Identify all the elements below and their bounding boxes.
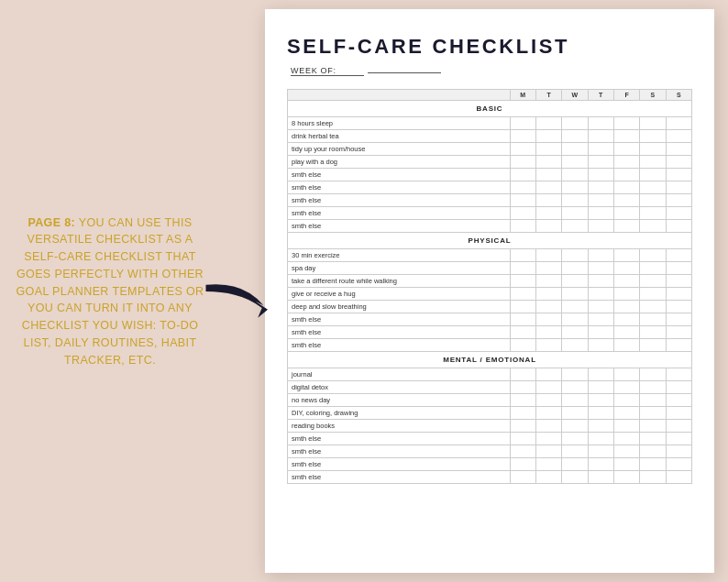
checkbox-cell[interactable] (562, 207, 588, 220)
checkbox-cell[interactable] (562, 130, 588, 143)
checkbox-cell[interactable] (613, 181, 639, 194)
checkbox-cell[interactable] (535, 117, 561, 130)
checkbox-cell[interactable] (613, 275, 639, 288)
checkbox-cell[interactable] (535, 471, 561, 484)
checkbox-cell[interactable] (588, 262, 613, 275)
checkbox-cell[interactable] (640, 471, 666, 484)
checkbox-cell[interactable] (588, 420, 613, 433)
checkbox-cell[interactable] (535, 445, 561, 458)
checkbox-cell[interactable] (588, 471, 613, 484)
checkbox-cell[interactable] (562, 288, 588, 301)
checkbox-cell[interactable] (510, 194, 535, 207)
checkbox-cell[interactable] (588, 381, 613, 394)
checkbox-cell[interactable] (666, 458, 691, 471)
checkbox-cell[interactable] (510, 368, 535, 381)
checkbox-cell[interactable] (666, 433, 691, 445)
checkbox-cell[interactable] (535, 458, 561, 471)
checkbox-cell[interactable] (535, 275, 561, 288)
checkbox-cell[interactable] (666, 249, 691, 262)
checkbox-cell[interactable] (666, 194, 691, 207)
checkbox-cell[interactable] (640, 326, 666, 339)
checkbox-cell[interactable] (613, 220, 639, 233)
checkbox-cell[interactable] (613, 326, 639, 339)
checkbox-cell[interactable] (562, 313, 588, 326)
checkbox-cell[interactable] (613, 407, 639, 420)
checkbox-cell[interactable] (588, 275, 613, 288)
checkbox-cell[interactable] (588, 301, 613, 313)
checkbox-cell[interactable] (562, 420, 588, 433)
checkbox-cell[interactable] (613, 249, 639, 262)
checkbox-cell[interactable] (640, 313, 666, 326)
checkbox-cell[interactable] (588, 220, 613, 233)
checkbox-cell[interactable] (666, 156, 691, 169)
checkbox-cell[interactable] (588, 117, 613, 130)
checkbox-cell[interactable] (640, 458, 666, 471)
checkbox-cell[interactable] (640, 207, 666, 220)
checkbox-cell[interactable] (666, 313, 691, 326)
checkbox-cell[interactable] (613, 445, 639, 458)
checkbox-cell[interactable] (588, 313, 613, 326)
checkbox-cell[interactable] (510, 288, 535, 301)
checkbox-cell[interactable] (613, 420, 639, 433)
checkbox-cell[interactable] (535, 407, 561, 420)
checkbox-cell[interactable] (510, 381, 535, 394)
checkbox-cell[interactable] (613, 130, 639, 143)
checkbox-cell[interactable] (640, 275, 666, 288)
checkbox-cell[interactable] (562, 249, 588, 262)
checkbox-cell[interactable] (613, 458, 639, 471)
checkbox-cell[interactable] (640, 117, 666, 130)
checkbox-cell[interactable] (535, 420, 561, 433)
checkbox-cell[interactable] (510, 313, 535, 326)
checkbox-cell[interactable] (613, 194, 639, 207)
checkbox-cell[interactable] (640, 130, 666, 143)
checkbox-cell[interactable] (640, 169, 666, 181)
checkbox-cell[interactable] (666, 181, 691, 194)
checkbox-cell[interactable] (640, 220, 666, 233)
checkbox-cell[interactable] (535, 169, 561, 181)
checkbox-cell[interactable] (562, 275, 588, 288)
checkbox-cell[interactable] (510, 339, 535, 352)
checkbox-cell[interactable] (666, 368, 691, 381)
checkbox-cell[interactable] (613, 262, 639, 275)
checkbox-cell[interactable] (666, 301, 691, 313)
checkbox-cell[interactable] (562, 445, 588, 458)
checkbox-cell[interactable] (510, 394, 535, 407)
checkbox-cell[interactable] (535, 301, 561, 313)
checkbox-cell[interactable] (562, 407, 588, 420)
checkbox-cell[interactable] (666, 207, 691, 220)
checkbox-cell[interactable] (510, 262, 535, 275)
checkbox-cell[interactable] (510, 117, 535, 130)
checkbox-cell[interactable] (562, 156, 588, 169)
checkbox-cell[interactable] (562, 194, 588, 207)
checkbox-cell[interactable] (510, 143, 535, 156)
checkbox-cell[interactable] (588, 458, 613, 471)
checkbox-cell[interactable] (588, 433, 613, 445)
checkbox-cell[interactable] (588, 339, 613, 352)
checkbox-cell[interactable] (535, 313, 561, 326)
checkbox-cell[interactable] (613, 433, 639, 445)
checkbox-cell[interactable] (666, 420, 691, 433)
checkbox-cell[interactable] (640, 420, 666, 433)
checkbox-cell[interactable] (666, 220, 691, 233)
checkbox-cell[interactable] (640, 194, 666, 207)
checkbox-cell[interactable] (666, 130, 691, 143)
checkbox-cell[interactable] (562, 262, 588, 275)
checkbox-cell[interactable] (588, 394, 613, 407)
checkbox-cell[interactable] (535, 326, 561, 339)
checkbox-cell[interactable] (510, 407, 535, 420)
checkbox-cell[interactable] (613, 368, 639, 381)
checkbox-cell[interactable] (562, 339, 588, 352)
checkbox-cell[interactable] (666, 169, 691, 181)
checkbox-cell[interactable] (588, 156, 613, 169)
checkbox-cell[interactable] (562, 169, 588, 181)
checkbox-cell[interactable] (535, 262, 561, 275)
checkbox-cell[interactable] (588, 169, 613, 181)
checkbox-cell[interactable] (588, 368, 613, 381)
checkbox-cell[interactable] (640, 394, 666, 407)
checkbox-cell[interactable] (666, 326, 691, 339)
checkbox-cell[interactable] (535, 156, 561, 169)
checkbox-cell[interactable] (640, 368, 666, 381)
checkbox-cell[interactable] (640, 407, 666, 420)
checkbox-cell[interactable] (510, 156, 535, 169)
checkbox-cell[interactable] (562, 368, 588, 381)
